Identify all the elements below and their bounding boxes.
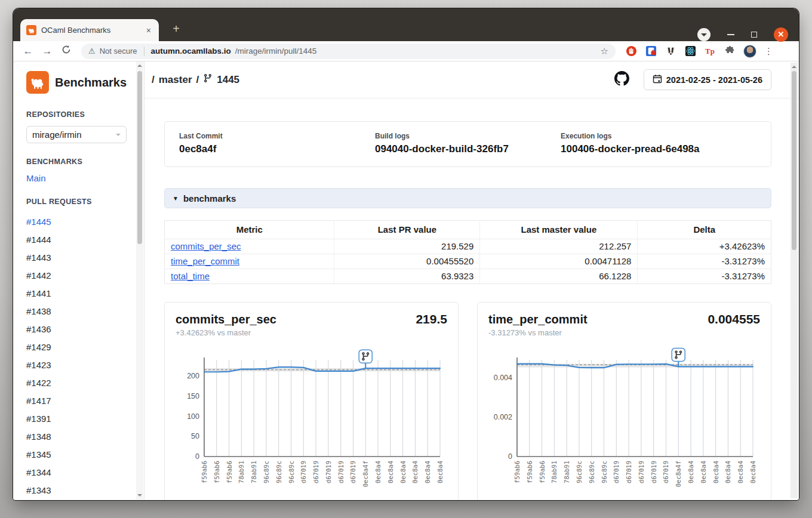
- chart-subtitle: -3.31273% vs master: [488, 328, 760, 337]
- benchmarks-toggle[interactable]: ▼ benchmarks: [164, 188, 771, 208]
- chart-card-time_per_commit: time_per_commit0.004555-3.31273% vs mast…: [477, 302, 771, 500]
- new-tab-button[interactable]: +: [168, 21, 184, 37]
- x-axis-commit-label: f59ab6: [226, 461, 233, 483]
- svg-text:0.004: 0.004: [494, 374, 512, 382]
- summary-value: 100406-docker-pread-6e498a: [561, 143, 756, 155]
- sidebar-item-pr[interactable]: #1442: [26, 267, 144, 285]
- address-bar[interactable]: ⚠ Not secure autumn.ocamllabs.io /mirage…: [81, 44, 616, 59]
- github-icon[interactable]: [614, 71, 629, 88]
- sidebar-item-pr[interactable]: #1438: [26, 303, 144, 320]
- scroll-up-icon[interactable]: [792, 66, 796, 68]
- chart-current-value: 219.5: [416, 312, 447, 326]
- tab-strip: OCaml Benchmarks × + ✕: [13, 8, 799, 41]
- table-column-header: Last master value: [480, 221, 638, 239]
- date-range-value: 2021-02-25 - 2021-05-26: [666, 75, 762, 85]
- value-cell: 63.9323: [334, 269, 480, 284]
- benchmarks-label: BENCHMARKS: [26, 158, 144, 166]
- scroll-up-icon[interactable]: [137, 64, 142, 67]
- sidebar-item-pr[interactable]: #1345: [26, 446, 144, 464]
- sidebar-item-pr[interactable]: #1445: [26, 213, 144, 231]
- sidebar-item-pr[interactable]: #1443: [26, 249, 144, 267]
- x-axis-commit-label: f59ab6: [526, 461, 533, 483]
- adblock-extension-icon[interactable]: [625, 45, 637, 57]
- collapse-triangle-icon: ▼: [173, 195, 179, 202]
- value-cell: 212.257: [480, 239, 638, 254]
- x-axis-commit-label: f59ab6: [213, 461, 220, 483]
- bookmark-star-icon[interactable]: ☆: [601, 46, 608, 57]
- x-axis-commit-label: d67019: [662, 461, 669, 483]
- line-chart: 00.0020.004f59ab6f59ab6f59ab678ab9178ab9…: [488, 340, 756, 496]
- scrollbar-thumb[interactable]: [137, 71, 142, 244]
- extensions-row: Tp ⋮: [625, 45, 771, 58]
- main-scrollbar[interactable]: [791, 63, 798, 498]
- sidebar-item-pr[interactable]: #1422: [26, 374, 144, 392]
- forward-icon[interactable]: →: [39, 45, 55, 57]
- metric-link[interactable]: total_time: [171, 271, 210, 281]
- sidebar-item-pr[interactable]: #1348: [26, 428, 144, 446]
- sidebar-item-main[interactable]: Main: [26, 173, 144, 183]
- back-icon[interactable]: ←: [20, 45, 36, 57]
- x-axis-commit-label: d67019: [325, 461, 332, 483]
- browser-menu-icon[interactable]: ⋮: [764, 46, 771, 57]
- react-devtools-extension-icon[interactable]: [684, 45, 696, 57]
- metric-cell: total_time: [165, 269, 334, 284]
- security-label[interactable]: Not secure: [100, 47, 137, 56]
- x-axis-commit-label: d67019: [300, 461, 307, 483]
- x-axis-commit-label: d67019: [650, 461, 657, 483]
- app-logo[interactable]: Benchmarks: [26, 71, 144, 94]
- tp-extension-icon[interactable]: Tp: [704, 45, 716, 57]
- main-area: / master / 1445 20: [144, 61, 799, 500]
- reload-icon[interactable]: [59, 45, 74, 57]
- close-button[interactable]: ✕: [774, 27, 788, 42]
- metric-link[interactable]: time_per_commit: [171, 256, 239, 266]
- sidebar-item-pr[interactable]: #1344: [26, 464, 144, 482]
- url-path: /mirage/irmin/pull/1445: [235, 47, 317, 56]
- sidebar-item-pr[interactable]: #1423: [26, 356, 144, 374]
- tab-title: OCaml Benchmarks: [41, 26, 140, 35]
- x-axis-commit-label: 96c89c: [588, 461, 595, 483]
- extensions-puzzle-icon[interactable]: [724, 45, 736, 57]
- sidebar-item-pr[interactable]: #1429: [26, 338, 144, 356]
- tab-search-icon[interactable]: [697, 28, 710, 41]
- x-axis-commit-label: 78ab91: [563, 461, 570, 483]
- breadcrumb-branch[interactable]: master: [159, 74, 192, 86]
- sidebar-item-pr[interactable]: #1391: [26, 410, 144, 428]
- password-manager-extension-icon[interactable]: [645, 45, 657, 57]
- x-axis-commit-label: d67019: [337, 461, 345, 483]
- x-axis-commit-label: 0ec8a4: [737, 461, 744, 483]
- scrollbar-thumb[interactable]: [792, 71, 796, 250]
- sidebar-item-pr[interactable]: #1343: [26, 482, 144, 500]
- x-axis-commit-label: 0ec8a4: [387, 461, 394, 483]
- tab-close-icon[interactable]: ×: [144, 26, 153, 35]
- sidebar-item-pr[interactable]: #1436: [26, 320, 144, 338]
- minimize-button[interactable]: [727, 34, 734, 35]
- table-row: time_per_commit0.004555200.00471128-3.31…: [165, 254, 771, 269]
- git-branch-icon: [203, 73, 213, 86]
- repositories-label: REPOSITORIES: [26, 110, 144, 119]
- sidebar-item-pr[interactable]: #1441: [26, 285, 144, 303]
- browser-tab[interactable]: OCaml Benchmarks ×: [20, 19, 159, 41]
- privacy-badger-extension-icon[interactable]: [665, 45, 676, 57]
- x-axis-commit-label: 78ab91: [250, 461, 257, 483]
- date-range-picker[interactable]: 2021-02-25 - 2021-05-26: [644, 69, 771, 90]
- x-axis-commit-label: 0ec8a4: [411, 461, 419, 483]
- x-axis-commit-label: 0ec8a4: [424, 461, 431, 483]
- breadcrumb-pr-number[interactable]: 1445: [217, 74, 239, 86]
- profile-avatar[interactable]: [743, 45, 756, 58]
- summary-label: Execution logs: [561, 132, 756, 140]
- metric-cell: time_per_commit: [165, 254, 334, 269]
- sidebar-scrollbar[interactable]: [136, 61, 143, 500]
- sidebar-item-pr[interactable]: #1417: [26, 392, 144, 410]
- chevron-down-icon: [116, 134, 121, 138]
- repository-select[interactable]: mirage/irmin: [26, 126, 127, 143]
- x-axis-commit-label: f59ab6: [539, 461, 546, 483]
- x-axis-commit-label: 0ec8a4: [712, 461, 719, 483]
- maximize-button[interactable]: [751, 32, 757, 38]
- x-axis-commit-label: d67019: [638, 461, 645, 483]
- metric-link[interactable]: commits_per_sec: [171, 241, 241, 251]
- svg-text:0.002: 0.002: [494, 413, 512, 421]
- breadcrumb-separator: /: [196, 74, 199, 86]
- sidebar-item-pr[interactable]: #1444: [26, 231, 144, 249]
- summary-item: Build logs094040-docker-build-326fb7: [375, 132, 561, 155]
- scroll-down-icon[interactable]: [137, 494, 142, 497]
